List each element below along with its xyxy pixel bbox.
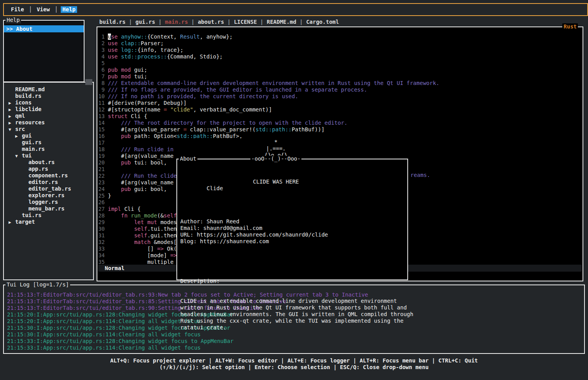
menu-item-help[interactable]: Help xyxy=(61,6,77,13)
description-text: CLIDE is an extendable command-line driv… xyxy=(178,298,407,331)
code-line-8[interactable]: 8/// Extendable command-line driven deve… xyxy=(98,80,439,87)
menu-bar[interactable]: File│View│Help xyxy=(3,3,588,16)
menu-item-file[interactable]: File xyxy=(9,6,26,13)
code-line-29[interactable]: 29 let mut modes xyxy=(98,219,177,226)
tree-item-label: src xyxy=(15,126,25,132)
tree-item-explorer-rs[interactable]: explorer.rs xyxy=(5,192,92,199)
menu-item-view[interactable]: View xyxy=(35,6,51,13)
description-line: headless Linux environments. The GUI is … xyxy=(178,311,407,318)
tab-build-rs[interactable]: build.rs xyxy=(99,19,125,25)
code-line-26[interactable]: 26 xyxy=(98,199,108,206)
code-line-25[interactable]: 25} xyxy=(98,193,111,199)
tree-indent xyxy=(9,93,15,100)
code-text: struct Cli { xyxy=(108,113,147,120)
tab-gui-rs[interactable]: gui.rs xyxy=(136,19,155,25)
code-line-33[interactable]: 33 [] => Ok(R xyxy=(98,246,180,252)
dropdown-item-about[interactable]: >> About xyxy=(4,25,84,32)
code-text: pub gui: bool, xyxy=(108,186,167,193)
code-line-31[interactable]: 31 self.gui.then( xyxy=(98,232,180,239)
editor-tabs: build.rs | gui.rs | main.rs | about.rs |… xyxy=(99,19,339,25)
code-text: [mode] => xyxy=(108,252,177,259)
code-line-2[interactable]: 2use clap::Parser; xyxy=(98,40,164,47)
code-line-21[interactable]: 21 xyxy=(98,166,108,173)
line-number: 23 xyxy=(98,179,105,186)
tree-item-build-rs[interactable]: build.rs xyxy=(5,93,92,99)
tree-item-component-rs[interactable]: component.rs xyxy=(5,172,92,179)
description-line: Rust using the cxx-qt crate, while the T… xyxy=(178,318,407,324)
code-line-10[interactable]: 10/// If no path is provided, the curren… xyxy=(98,93,298,100)
help-dropdown-menu[interactable]: Help >> About xyxy=(3,20,85,82)
code-line-30[interactable]: 30 self.tui.then( xyxy=(98,226,180,232)
code-line-5[interactable]: 5 xyxy=(98,60,108,67)
tab-license[interactable]: LICENSE xyxy=(234,19,257,25)
menu-separator: │ xyxy=(29,6,32,13)
code-text: /// The root directory for the project t… xyxy=(108,120,347,126)
tree-item-resources[interactable]: ▶resources xyxy=(5,119,92,126)
folder-expand-icon: ▶ xyxy=(9,219,15,226)
code-line-15[interactable]: 15 #[arg(value_parser = clap::value_pars… xyxy=(98,126,324,133)
tree-item-logger-rs[interactable]: logger.rs xyxy=(5,199,92,205)
code-line-28[interactable]: 28 fn run_mode(&self) xyxy=(98,212,180,219)
tree-item-target[interactable]: ▶target xyxy=(5,219,92,225)
tree-item-label: about.rs xyxy=(28,159,55,165)
tree-item-gui-rs[interactable]: gui.rs xyxy=(5,139,92,146)
tree-item-editor-tab-rs[interactable]: editor_tab.rs xyxy=(5,186,92,192)
code-line-12[interactable]: 12#[structopt(name = "clide", verbatim_d… xyxy=(98,106,272,113)
explorer-scrollbar-thumb[interactable] xyxy=(85,79,92,85)
tab-cargo-toml[interactable]: Cargo.toml xyxy=(306,19,339,25)
tab-main-rs[interactable]: main.rs xyxy=(165,19,188,25)
code-line-11[interactable]: 11#[derive(Parser, Debug)] xyxy=(98,100,187,106)
code-line-32[interactable]: 32 match &modes[. xyxy=(98,239,180,246)
code-line-27[interactable]: 27impl Cli { xyxy=(98,206,141,212)
line-number: 30 xyxy=(98,226,105,232)
tab-about-rs[interactable]: about.rs xyxy=(198,19,224,25)
tree-item-menu-bar-rs[interactable]: menu_bar.rs xyxy=(5,205,92,212)
code-line-7[interactable]: 7pub mod tui; xyxy=(98,73,147,80)
tab-readme-md[interactable]: README.md xyxy=(267,19,296,25)
project-explorer[interactable]: README.md build.rs▶icons▶libclide▶qml▶re… xyxy=(3,82,94,280)
code-line-20[interactable]: 20 pub tui: bool, xyxy=(98,159,167,166)
tree-indent xyxy=(22,193,28,199)
tree-item-label: menu_bar.rs xyxy=(28,205,65,212)
code-line-14[interactable]: 14 /// The root directory for the projec… xyxy=(98,120,347,126)
ascii-art-line: * xyxy=(160,139,392,145)
code-line-17[interactable]: 17 xyxy=(98,140,108,146)
code-line-13[interactable]: 13struct Cli { xyxy=(98,113,147,120)
code-text: use log::{info, trace}; xyxy=(108,47,183,53)
tree-indent xyxy=(9,87,15,93)
code-line-9[interactable]: 9/// If no flags are provided, the GUI e… xyxy=(98,87,367,93)
tree-item-readme-md[interactable]: README.md xyxy=(5,86,92,93)
tree-item-src[interactable]: ▼src xyxy=(5,126,92,133)
app-name: Clide xyxy=(204,185,223,191)
tree-item-label: qml xyxy=(15,113,25,119)
code-line-6[interactable]: 6pub mod gui; xyxy=(98,67,147,73)
help-dropdown-title: Help xyxy=(5,17,21,23)
code-line-34[interactable]: 34 [mode] => xyxy=(98,252,177,259)
tree-item-icons[interactable]: ▶icons xyxy=(5,99,92,106)
tree-item-libclide[interactable]: ▶libclide xyxy=(5,106,92,113)
line-number: 4 xyxy=(98,53,105,60)
code-text: let mut modes xyxy=(108,219,177,226)
tree-item-editor-rs[interactable]: editor.rs xyxy=(5,179,92,186)
code-line-1[interactable]: 1use anyhow::{Context, Result, anyhow}; xyxy=(98,34,232,40)
tree-item-label: main.rs xyxy=(22,146,45,152)
tree-item-qml[interactable]: ▶qml xyxy=(5,113,92,119)
code-line-4[interactable]: 4use std::process::{Command, Stdio}; xyxy=(98,53,223,60)
folder-expand-icon: ▶ xyxy=(9,100,15,106)
line-number: 33 xyxy=(98,246,105,252)
tree-item-tui[interactable]: ▼tui xyxy=(5,152,92,159)
line-number: 29 xyxy=(98,219,105,226)
tree-item-gui[interactable]: ▶gui xyxy=(5,133,92,139)
tree-item-app-rs[interactable]: app.rs xyxy=(5,166,92,172)
code-line-24[interactable]: 24 pub gui: bool, xyxy=(98,186,167,193)
tree-item-tui-rs[interactable]: tui.rs xyxy=(5,212,92,219)
tree-item-main-rs[interactable]: main.rs xyxy=(5,146,92,152)
line-number: 8 xyxy=(98,80,105,87)
tree-indent xyxy=(22,186,28,193)
code-line-3[interactable]: 3use log::{info, trace}; xyxy=(98,47,183,53)
line-number: 1 xyxy=(98,34,105,40)
tree-item-about-rs[interactable]: about.rs xyxy=(5,159,92,166)
about-field: Author: Shaun Reed xyxy=(178,218,407,225)
line-number: 21 xyxy=(98,166,105,173)
tab-separator: | xyxy=(257,19,267,25)
